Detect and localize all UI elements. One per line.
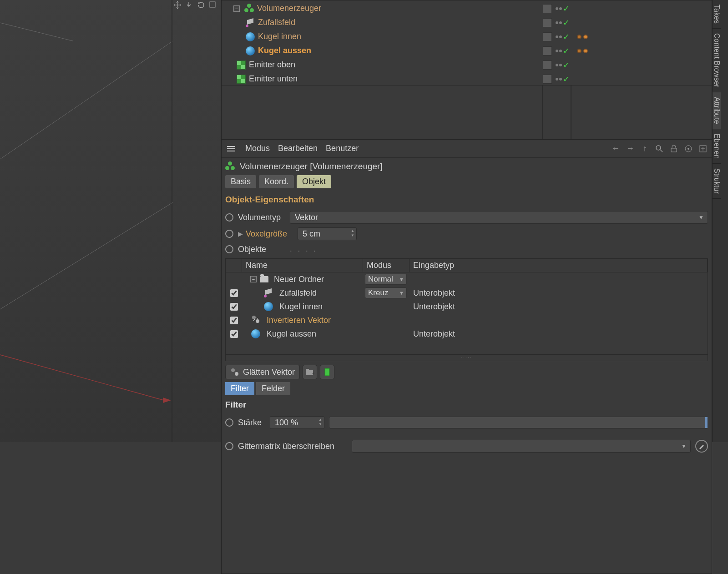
tab-basis[interactable]: Basis [225, 175, 256, 188]
attribute-manager: Modus Bearbeiten Benutzer ← → ↑ Volumene… [221, 139, 712, 574]
tree-item-volumenerzeuger[interactable]: − Volumenerzeuger ✓ [222, 1, 712, 15]
input-voxelgroesse[interactable]: 5 cm ▲▼ [298, 227, 357, 240]
input-staerke[interactable]: 100 % ▲▼ [270, 416, 324, 429]
anim-dot[interactable] [225, 230, 233, 238]
tab-koord[interactable]: Koord. [259, 175, 294, 188]
enable-checkbox[interactable] [230, 303, 238, 311]
anim-dot[interactable] [225, 418, 233, 427]
visibility-check-icon[interactable]: ✓ [563, 18, 570, 28]
object-tags[interactable] [577, 49, 588, 53]
section-filter: Filter [222, 397, 712, 414]
frame-tool-icon[interactable] [209, 1, 219, 10]
nav-up-icon[interactable]: ↑ [640, 144, 650, 154]
menu-modus[interactable]: Modus [245, 144, 270, 153]
slider-staerke[interactable] [329, 417, 708, 428]
tree-item-emitter-unten[interactable]: Emitter unten ✓ [222, 72, 712, 86]
vtab-ebenen[interactable]: Ebenen [713, 129, 721, 164]
vtab-content-browser[interactable]: Content Browser [713, 29, 721, 92]
visibility-check-icon[interactable]: ✓ [563, 46, 570, 56]
emitter-icon [237, 60, 246, 70]
header-name: Name [242, 259, 363, 272]
visibility-check-icon[interactable]: ✓ [563, 32, 570, 42]
spinner-icon[interactable]: ▲▼ [351, 229, 354, 238]
glaetten-vektor-button[interactable]: Glätten Vektor [225, 365, 300, 379]
svg-rect-20 [306, 369, 309, 371]
visibility-check-icon[interactable]: ✓ [563, 4, 570, 14]
layer-toggle[interactable] [543, 60, 552, 70]
expand-toggle[interactable]: − [233, 5, 240, 12]
layer-toggle[interactable] [543, 46, 552, 55]
list-row-folder[interactable]: − Neuer Ordner Normal▼ [226, 272, 708, 286]
select-volumentyp[interactable]: Vektor ▼ [290, 211, 708, 224]
lock-icon[interactable] [669, 144, 679, 154]
menu-benutzer[interactable]: Benutzer [326, 144, 359, 153]
attribute-title-row: Volumenerzeuger [Volumenerzeuger] [222, 158, 712, 175]
search-icon[interactable] [654, 144, 664, 154]
layer-toggle[interactable] [543, 18, 552, 27]
object-tags[interactable] [577, 35, 588, 39]
anim-dot[interactable] [225, 213, 233, 222]
list-row-kugel-aussen[interactable]: Kugel aussen Unterobjekt [226, 327, 708, 341]
list-row-kugel-innen[interactable]: Kugel innen Unterobjekt [226, 300, 708, 313]
layer-toggle[interactable] [543, 75, 552, 84]
tree-item-zufallsfeld[interactable]: Zufallsfeld ✓ [222, 15, 712, 30]
label-staerke: Stärke [238, 418, 265, 428]
anim-dot[interactable] [225, 245, 233, 253]
tree-item-kugel-aussen[interactable]: Kugel aussen ✓ [222, 44, 712, 58]
expand-toggle[interactable]: − [250, 276, 257, 282]
viewport-toolbar [172, 0, 221, 11]
tree-item-label: Emitter oben [249, 60, 295, 70]
vtab-takes[interactable]: Takes [713, 0, 721, 29]
filter-button-row: Glätten Vektor + [222, 361, 712, 382]
vtab-attribute[interactable]: Attribute [713, 92, 721, 129]
mode-select[interactable]: Normal▼ [365, 274, 407, 285]
layer-toggle[interactable] [543, 32, 552, 41]
layer-toggle[interactable] [543, 4, 552, 13]
prop-volumentyp: Volumentyp Vektor ▼ [222, 209, 712, 226]
list-row-invertieren[interactable]: Invertieren Vektor [226, 313, 708, 327]
subtab-felder[interactable]: Felder [256, 382, 290, 395]
svg-marker-4 [163, 398, 171, 403]
link-field-gittermatrix[interactable]: ▼ [352, 440, 691, 453]
select-value: Vektor [295, 213, 318, 222]
list-row-zufallsfeld[interactable]: Zufallsfeld Kreuz▼ Unterobjekt [226, 286, 708, 300]
volume-generator-icon [244, 4, 254, 14]
menu-bearbeiten[interactable]: Bearbeiten [278, 144, 318, 153]
visibility-check-icon[interactable]: ✓ [563, 60, 570, 70]
add-folder-button[interactable]: + [303, 365, 317, 379]
svg-point-11 [688, 148, 689, 150]
tree-item-emitter-oben[interactable]: Emitter oben ✓ [222, 58, 712, 72]
label-volumentyp: Volumentyp [238, 213, 285, 222]
folder-icon [260, 276, 268, 282]
expand-arrow-icon[interactable]: ▶ [238, 230, 243, 237]
viewport[interactable] [0, 0, 221, 442]
mode-select[interactable]: Kreuz▼ [365, 287, 407, 298]
list-item-label: Kugel aussen [267, 329, 316, 339]
rotate-tool-icon[interactable] [197, 1, 207, 10]
object-tree: − Volumenerzeuger ✓ Zufallsfeld ✓ Kugel … [222, 0, 712, 86]
spinner-icon[interactable]: ▲▼ [318, 418, 322, 427]
move-tool-icon[interactable] [173, 1, 183, 10]
enable-checkbox[interactable] [230, 289, 238, 297]
tree-item-kugel-innen[interactable]: Kugel innen ✓ [222, 30, 712, 44]
list-resize-handle[interactable]: ····· [226, 354, 708, 361]
tab-objekt[interactable]: Objekt [297, 175, 331, 188]
delete-button[interactable] [320, 365, 334, 379]
enable-checkbox[interactable] [230, 317, 238, 324]
label-objekte: Objekte [238, 245, 285, 254]
nav-back-icon[interactable]: ← [611, 144, 621, 154]
vtab-struktur[interactable]: Struktur [713, 164, 721, 199]
anim-dot[interactable] [225, 442, 233, 450]
down-tool-icon[interactable] [185, 1, 195, 10]
enable-checkbox[interactable] [230, 330, 238, 338]
picker-button[interactable] [695, 440, 708, 453]
section-objekt-eigenschaften: Objekt-Eigenschaften [222, 191, 712, 209]
button-label: Glätten Vektor [243, 368, 295, 377]
target-icon[interactable] [683, 144, 693, 154]
sphere-icon [246, 46, 255, 55]
new-window-icon[interactable] [698, 144, 708, 154]
nav-forward-icon[interactable]: → [625, 144, 635, 154]
visibility-check-icon[interactable]: ✓ [563, 74, 570, 84]
subtab-filter[interactable]: Filter [225, 382, 254, 395]
hamburger-menu-icon[interactable] [225, 144, 237, 153]
